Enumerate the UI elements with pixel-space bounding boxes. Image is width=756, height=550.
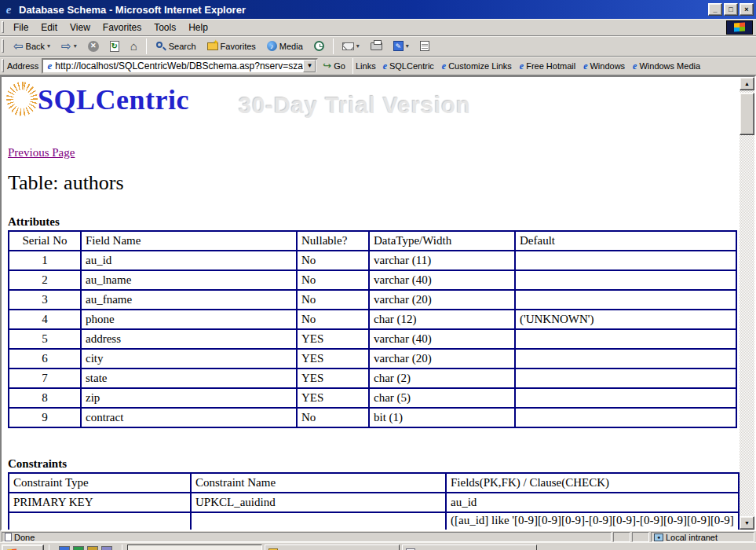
menu-edit[interactable]: Edit (35, 20, 64, 35)
link-label: Free Hotmail (526, 61, 575, 71)
link-free-hotmail[interactable]: e Free Hotmail (516, 60, 579, 72)
menu-favorites[interactable]: Favorites (97, 20, 148, 35)
taskbar-separator (122, 544, 122, 550)
scroll-up-icon[interactable]: ▲ (740, 77, 754, 90)
cell-default (515, 270, 736, 290)
mail-dropdown-icon[interactable]: ▾ (356, 42, 360, 50)
home-button[interactable]: ⌂ (126, 38, 142, 55)
col-serial-no: Serial No (9, 231, 81, 251)
address-field[interactable]: e ▼ (42, 58, 318, 74)
cell-field: au_fname (81, 290, 297, 310)
stop-button[interactable]: ✕ (83, 38, 104, 55)
previous-page-link[interactable]: Previous Page (8, 146, 75, 160)
col-constraint-type: Constraint Type (9, 473, 191, 493)
cell-default (515, 290, 736, 310)
edit-button[interactable]: ✎ ▾ (389, 38, 414, 55)
show-desktop-icon[interactable] (87, 546, 98, 550)
back-icon: ⇦ (13, 40, 24, 52)
scroll-down-icon[interactable]: ▼ (740, 516, 754, 530)
cell-field: zip (81, 388, 297, 408)
cell-datatype: varchar (20) (369, 290, 515, 310)
cell-nullable: No (297, 310, 369, 329)
cell-field: phone (81, 310, 297, 329)
link-label: SQLCentric (389, 61, 434, 71)
discuss-button[interactable] (415, 38, 434, 55)
ie-quicklaunch-icon[interactable] (59, 546, 70, 550)
toolbar-separator (146, 38, 147, 54)
status-pane-spacer (613, 532, 630, 542)
link-customize-links[interactable]: e Customize Links (438, 60, 516, 72)
cell-default (515, 368, 736, 388)
scrollbar-thumb[interactable] (740, 93, 754, 135)
menu-tools[interactable]: Tools (148, 20, 182, 35)
cell-nullable: YES (297, 388, 369, 408)
constraints-table: Constraint Type Constraint Name Fields(P… (8, 472, 740, 531)
media-player-icon[interactable] (101, 546, 112, 550)
link-windows-media[interactable]: e Windows Media (629, 60, 704, 72)
go-button[interactable]: ↪ Go (318, 59, 350, 72)
menu-help[interactable]: Help (182, 20, 214, 35)
table-row: 5 address YES varchar (40) (9, 329, 736, 349)
link-windows[interactable]: e Windows (579, 60, 629, 72)
search-icon (155, 41, 166, 52)
search-button[interactable]: Search (151, 38, 201, 55)
menubar-grip[interactable] (2, 21, 4, 33)
attributes-header-row: Serial No Field Name Nullable? DataType/… (9, 231, 736, 251)
minimize-button[interactable]: _ (708, 3, 722, 16)
task-database-schema[interactable]: e Database Schema - Mi... (127, 544, 262, 550)
table-row: CHECK CK__authors__au_id__77BFCB91 ([au_… (9, 512, 739, 531)
cell-nullable: YES (297, 368, 369, 388)
menu-view[interactable]: View (64, 20, 97, 35)
vertical-scrollbar[interactable]: ▲ ▼ (740, 77, 754, 530)
back-button[interactable]: ⇦ Back ▾ (9, 38, 55, 55)
refresh-button[interactable]: ↻ (105, 38, 124, 55)
task-inetpub-folder[interactable]: C:\Inetpub\wwwroot\SQL... (265, 544, 400, 550)
forward-icon: ⇨ (61, 40, 71, 52)
cell-nullable: YES (297, 349, 369, 368)
address-dropdown-icon[interactable]: ▼ (303, 60, 316, 72)
cell-field: au_lname (81, 270, 297, 290)
mail-button[interactable]: ▾ (338, 38, 364, 55)
sqlcentric-logo: SQLCentric (38, 83, 189, 116)
cell-default (515, 349, 736, 368)
table-row: 8 zip YES char (5) (9, 388, 736, 408)
cell-default (515, 251, 736, 270)
cell-datatype: varchar (11) (369, 251, 515, 270)
discuss-icon (420, 41, 429, 51)
history-button[interactable] (309, 38, 329, 55)
address-bar: Address e ▼ ↪ Go Links e SQLCentric e Cu… (0, 57, 756, 75)
home-icon: ⌂ (130, 40, 137, 52)
forward-dropdown-icon[interactable]: ▾ (74, 42, 77, 50)
cell-default (515, 408, 736, 427)
forward-button[interactable]: ⇨ ▾ (57, 38, 82, 55)
cell-serial: 6 (9, 349, 81, 368)
media-button[interactable]: ♪ Media (262, 38, 308, 55)
windows-taskbar: Start e Database Schema - Mi... C:\Inetp… (0, 542, 756, 550)
cell-serial: 4 (9, 310, 81, 329)
table-row: 6 city YES varchar (20) (9, 349, 736, 368)
cell-datatype: varchar (20) (369, 349, 515, 368)
cell-constraint-type: PRIMARY KEY (9, 493, 191, 512)
task-sqladmin[interactable]: SQLAdminNet... (402, 544, 537, 550)
zone-text: Local intranet (666, 533, 718, 542)
mail-icon (342, 42, 354, 50)
edit-dropdown-icon[interactable]: ▾ (406, 42, 409, 50)
print-button[interactable] (366, 38, 387, 55)
link-label: Windows Media (639, 61, 700, 71)
menu-file[interactable]: File (7, 20, 35, 35)
addressbar-grip[interactable] (2, 59, 4, 72)
back-dropdown-icon[interactable]: ▾ (47, 42, 50, 50)
toolbar-grip[interactable] (2, 39, 4, 53)
maximize-button[interactable]: □ (724, 3, 738, 16)
link-sqlcentric[interactable]: e SQLCentric (379, 60, 438, 72)
outlook-express-icon[interactable] (73, 546, 84, 550)
close-button[interactable]: × (740, 3, 754, 16)
table-row: PRIMARY KEY UPKCL_auidind au_id (9, 493, 739, 512)
start-button[interactable]: Start (2, 544, 44, 550)
address-label: Address (7, 61, 38, 71)
cell-serial: 7 (9, 368, 81, 388)
cell-constraint-fields: ([au_id] like '[0-9][0-9][0-9]-[0-9][0-9… (446, 512, 739, 531)
favorites-button[interactable]: ★ Favorites (203, 38, 261, 55)
ie-page-icon: e (44, 60, 55, 72)
address-input[interactable] (55, 60, 303, 72)
